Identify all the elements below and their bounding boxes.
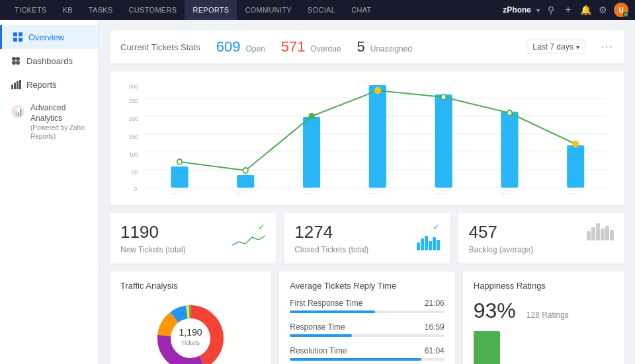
svg-rect-2 xyxy=(13,38,17,42)
bottom-row: Traffic Analysis xyxy=(110,272,624,364)
open-count: 609 xyxy=(216,38,241,55)
sidebar-item-advanced-analytics[interactable]: 📊 Advanced Analytics (Powered by Zoho Re… xyxy=(0,96,99,147)
resolution-bar-bg xyxy=(290,358,444,361)
resolution-value: 61:04 xyxy=(425,346,444,355)
nav-reports[interactable]: REPORTS xyxy=(185,0,237,20)
nav-social[interactable]: SOCIAL xyxy=(300,0,343,20)
dashboards-icon xyxy=(11,55,21,66)
svg-text:08 Mar: 08 Mar xyxy=(501,192,518,194)
happiness-pct: 93% xyxy=(474,299,516,323)
chart-container: 0 50 100 150 200 250 300 xyxy=(120,82,614,194)
svg-rect-27 xyxy=(171,166,188,188)
unassigned-stat: 5 Unassigned xyxy=(357,38,412,55)
svg-text:200: 200 xyxy=(129,116,138,122)
chart-card: 0 50 100 150 200 250 300 xyxy=(110,71,624,205)
reply-time-title: Average Tickets Reply Time xyxy=(290,281,444,291)
resolution-time-item: Resolution Time 61:04 xyxy=(290,346,444,361)
nav-chat[interactable]: CHAT xyxy=(343,0,379,20)
sidebar-item-overview[interactable]: Overview xyxy=(0,25,99,49)
sidebar-item-reports[interactable]: Reports xyxy=(0,73,99,96)
happiness-bars xyxy=(474,328,614,364)
closed-tickets-card: 1274 Closed Tickets (total) ✓ xyxy=(284,213,450,264)
more-options-button[interactable]: ··· xyxy=(601,41,614,53)
resolution-bar xyxy=(290,358,421,361)
svg-rect-0 xyxy=(13,32,17,36)
overview-label: Overview xyxy=(28,32,64,42)
svg-text:07 Mar: 07 Mar xyxy=(435,192,452,194)
reply-time-card: Average Tickets Reply Time First Respons… xyxy=(279,272,454,364)
add-icon[interactable]: + xyxy=(562,4,574,16)
backlog-value: 457 xyxy=(469,222,533,242)
avatar[interactable]: U xyxy=(614,3,628,17)
first-response-bar xyxy=(290,310,374,313)
svg-rect-10 xyxy=(17,81,19,89)
svg-point-37 xyxy=(374,87,380,94)
svg-text:1,190: 1,190 xyxy=(179,327,202,338)
search-icon[interactable]: ⚲ xyxy=(545,4,557,16)
backlog-label: Backlog (average) xyxy=(469,245,533,254)
svg-text:250: 250 xyxy=(129,98,138,104)
date-filter-chevron: ▾ xyxy=(576,44,579,51)
svg-text:05 Mar: 05 Mar xyxy=(303,192,320,194)
nav-items: TICKETS KB TASKS CUSTOMERS REPORTS COMMU… xyxy=(7,0,380,20)
nav-tasks[interactable]: TASKS xyxy=(81,0,121,20)
svg-rect-28 xyxy=(237,175,254,188)
traffic-title: Traffic Analysis xyxy=(120,281,261,291)
main-content: Current Tickets Stats 609 Open 571 Overd… xyxy=(99,20,635,364)
svg-rect-8 xyxy=(11,85,13,89)
settings-icon[interactable]: ⚙ xyxy=(597,4,609,16)
svg-point-5 xyxy=(16,57,20,61)
svg-point-40 xyxy=(573,141,579,147)
new-tickets-label: New Tickets (total) xyxy=(120,245,186,254)
response-bar xyxy=(290,334,351,337)
first-response-bar-bg xyxy=(290,310,444,313)
date-filter[interactable]: Last 7 days ▾ xyxy=(527,40,585,54)
new-tickets-value: 1190 xyxy=(120,222,186,242)
response-value: 16:59 xyxy=(425,322,444,332)
unassigned-count: 5 xyxy=(357,38,364,55)
metrics-row: 1190 New Tickets (total) ✓ 1274 Closed T… xyxy=(110,213,624,264)
brand-dropdown-icon[interactable]: ▾ xyxy=(536,7,540,14)
stats-header: Current Tickets Stats 609 Open 571 Overd… xyxy=(110,30,624,63)
main-layout: Overview Dashboards Reports 📊 Advanced A… xyxy=(0,20,635,364)
svg-text:300: 300 xyxy=(129,83,138,90)
sidebar-item-dashboards[interactable]: Dashboards xyxy=(0,49,99,73)
top-nav: TICKETS KB TASKS CUSTOMERS REPORTS COMMU… xyxy=(0,0,635,20)
nav-kb[interactable]: KB xyxy=(55,0,81,20)
reports-icon xyxy=(11,79,21,90)
svg-point-7 xyxy=(16,61,20,65)
happiness-ratings-count: 128 Ratings xyxy=(527,310,569,320)
svg-rect-9 xyxy=(14,83,16,89)
svg-point-39 xyxy=(507,110,512,116)
svg-point-38 xyxy=(441,94,446,100)
response-bar-bg xyxy=(290,334,444,337)
advanced-analytics-sublabel: (Powered by Zoho Reports) xyxy=(30,124,88,141)
first-response-value: 21:06 xyxy=(425,299,444,308)
closed-tickets-check-icon: ✓ xyxy=(417,222,440,232)
overdue-label: Overdue xyxy=(310,44,341,54)
svg-text:50: 50 xyxy=(132,169,138,176)
nav-right: zPhone ▾ ⚲ + 🔔 ⚙ U xyxy=(503,3,628,17)
nav-community[interactable]: COMMUNITY xyxy=(237,0,300,20)
nav-tickets[interactable]: TICKETS xyxy=(7,0,55,20)
first-response-label: First Response Time xyxy=(290,299,362,308)
unassigned-label: Unassigned xyxy=(370,44,412,54)
new-tickets-card: 1190 New Tickets (total) ✓ xyxy=(110,213,276,264)
advanced-analytics-label: Advanced Analytics xyxy=(30,103,88,124)
dashboards-label: Dashboards xyxy=(26,56,73,66)
svg-text:0: 0 xyxy=(134,186,138,192)
svg-rect-11 xyxy=(19,80,21,89)
nav-customers[interactable]: CUSTOMERS xyxy=(121,0,185,20)
notification-icon[interactable]: 🔔 xyxy=(579,4,591,16)
happiness-title: Happiness Ratings xyxy=(474,281,614,291)
svg-rect-31 xyxy=(435,94,452,188)
happiness-card: Happiness Ratings 93% 128 Ratings 93% Lo… xyxy=(463,272,624,364)
closed-tickets-value: 1274 xyxy=(294,222,368,242)
happy-bar-loved xyxy=(474,331,500,364)
donut-container: 1,190 Tickets xyxy=(120,299,261,364)
first-response-item: First Response Time 21:06 xyxy=(290,299,444,313)
sidebar: Overview Dashboards Reports 📊 Advanced A… xyxy=(0,20,99,364)
brand-name[interactable]: zPhone xyxy=(503,5,531,15)
svg-text:04 Mar: 04 Mar xyxy=(237,192,254,194)
svg-point-35 xyxy=(243,168,248,173)
